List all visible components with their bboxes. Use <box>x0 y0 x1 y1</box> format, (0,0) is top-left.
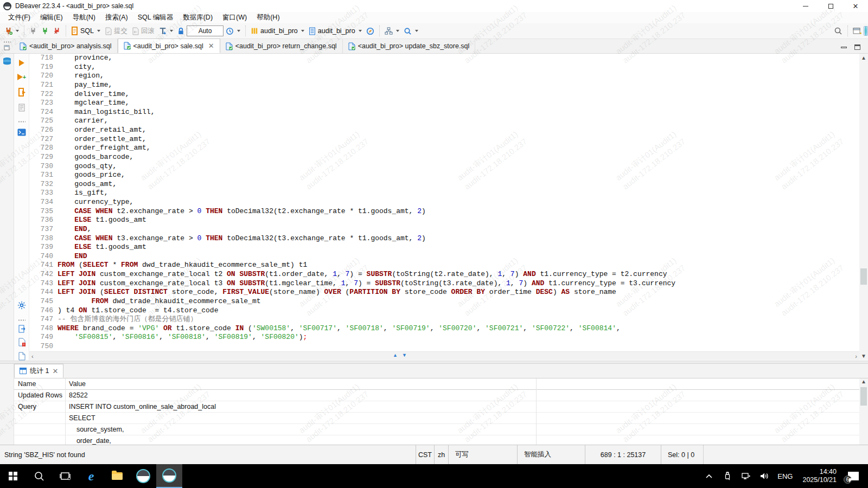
table-row[interactable]: SELECT <box>14 413 859 424</box>
scrollbar-thumb[interactable] <box>860 387 867 406</box>
drag-handle-icon[interactable] <box>3 41 11 43</box>
schema-select[interactable]: audit_bi_pro <box>307 25 364 37</box>
execute-script-button[interactable] <box>17 87 27 97</box>
menu-item[interactable]: 窗口(W) <box>218 12 252 23</box>
editor-settings-button[interactable] <box>17 300 27 310</box>
editor-tab[interactable]: <audit_bi_pro> update_sbz_store.sql <box>343 39 476 53</box>
database-navigator-icon[interactable] <box>2 57 12 66</box>
ie-icon: e <box>88 469 94 484</box>
scroll-up-arrow-icon[interactable]: ▲ <box>861 378 866 384</box>
file-explorer-button[interactable] <box>104 464 130 488</box>
editor-tab[interactable]: <audit_bi_pro> analysis.sql <box>14 39 118 53</box>
editor-tab[interactable]: <audit_bi_pro> return_change.sql <box>220 39 343 53</box>
minimize-button[interactable] <box>793 0 818 12</box>
code-line: 731 goods_price, <box>29 171 859 180</box>
menu-item[interactable]: SQL 编辑器 <box>133 12 178 23</box>
menu-item[interactable]: 导航(N) <box>68 12 100 23</box>
menu-item[interactable]: 搜索(A) <box>100 12 133 23</box>
auto-sync-button[interactable] <box>364 25 376 37</box>
lock-icon <box>177 27 184 35</box>
tab-close-icon[interactable]: ✕ <box>52 367 58 375</box>
menu-item[interactable]: 数据库(D) <box>178 12 218 23</box>
close-button[interactable]: ✕ <box>843 0 868 12</box>
tray-volume-button[interactable] <box>757 464 772 488</box>
dbeaver-icon <box>136 469 150 483</box>
execute-statement-button[interactable] <box>17 58 27 68</box>
scroll-up-arrow-icon[interactable]: ▲ <box>861 55 866 61</box>
editor-horizontal-scrollbar[interactable]: ‹ › <box>29 351 859 360</box>
explain-plan-button[interactable] <box>17 102 27 112</box>
status-bar: String 'SBZ_HIS' not found CSTzh可写智能插入68… <box>0 445 868 464</box>
table-row[interactable]: source_system, <box>14 424 859 435</box>
tray-chevron-up-button[interactable] <box>701 464 717 488</box>
plus-icon: + <box>23 74 26 80</box>
unsaved-file-button[interactable] <box>17 337 27 347</box>
scroll-down-arrow-icon[interactable]: ▼ <box>861 353 866 359</box>
database-select[interactable]: audit_bi_pro <box>248 25 307 36</box>
menu-item[interactable]: 文件(F) <box>3 12 35 23</box>
new-connection-button[interactable] <box>2 25 21 37</box>
column-divider[interactable] <box>65 378 66 445</box>
export-result-button[interactable] <box>17 324 27 333</box>
column-divider[interactable] <box>536 378 537 445</box>
menu-item[interactable]: 编辑(E) <box>35 12 68 23</box>
taskbar-search-button[interactable] <box>26 464 52 488</box>
table-row[interactable]: Updated Rows82522 <box>14 390 859 401</box>
task-view-button[interactable] <box>52 464 78 488</box>
start-button[interactable] <box>0 464 26 488</box>
execute-new-tab-button[interactable]: + <box>17 72 27 82</box>
tray-language-indicator[interactable]: ENG <box>775 472 795 480</box>
editor-tab[interactable]: <audit_bi_pro> sale.sql✕ <box>118 38 220 53</box>
line-number: 744 <box>29 288 53 297</box>
line-number: 750 <box>29 342 53 351</box>
minimize-view-icon[interactable] <box>841 47 847 48</box>
dbeaver-taskbar-button[interactable] <box>130 464 156 488</box>
doc-icon <box>18 352 26 361</box>
open-perspective-button[interactable] <box>851 25 864 37</box>
disconnect-button[interactable] <box>27 25 39 37</box>
sql-editor-button[interactable]: SQL <box>69 25 103 37</box>
lock-button[interactable] <box>175 25 187 37</box>
code-line: 718 province, <box>29 54 859 63</box>
dbeaver-perspective-button[interactable] <box>864 26 868 36</box>
line-number: 730 <box>29 162 53 171</box>
maximize-button[interactable] <box>818 0 843 12</box>
dbeaver-taskbar-button-active[interactable] <box>156 464 182 488</box>
query-history-button[interactable] <box>224 25 242 37</box>
stats-result-tab[interactable]: 统计 1 ✕ <box>14 364 63 378</box>
column-header-value[interactable]: Value <box>65 380 86 388</box>
menu-item[interactable]: 帮助(H) <box>252 12 284 23</box>
invalidate-connection-button[interactable] <box>51 25 63 37</box>
global-search-button[interactable] <box>832 25 845 37</box>
autocommit-select[interactable]: Auto <box>187 25 224 36</box>
results-vertical-scrollbar[interactable]: ▲ <box>859 378 868 445</box>
sql-editor-area[interactable]: 718 province,719 city,720 region,721 pay… <box>29 54 859 351</box>
reconnect-button[interactable] <box>39 25 51 37</box>
tab-close-icon[interactable]: ✕ <box>208 42 214 50</box>
transaction-mode-button[interactable] <box>157 25 175 37</box>
table-row[interactable]: QueryINSERT INTO custom_online_sale_abro… <box>14 401 859 413</box>
tray-clock[interactable]: 14:40 2025/10/21 <box>798 468 841 484</box>
scroll-right-arrow-icon[interactable]: › <box>855 353 857 359</box>
file-button[interactable] <box>17 351 27 361</box>
restore-view-icon[interactable] <box>4 44 10 50</box>
quick-search-button[interactable] <box>401 25 420 37</box>
editor-vertical-scrollbar[interactable]: ▲ ▼ <box>859 54 868 360</box>
commit-button[interactable]: 提交 <box>103 25 130 37</box>
tray-network-button[interactable] <box>738 464 754 488</box>
line-number: 722 <box>29 90 53 99</box>
maximize-view-icon[interactable] <box>854 44 860 50</box>
splitter-collapse-arrows[interactable]: ▲▼ <box>393 352 407 358</box>
open-terminal-button[interactable] <box>17 127 27 137</box>
scrollbar-thumb[interactable] <box>860 268 867 285</box>
column-header-name[interactable]: Name <box>14 380 65 388</box>
code-line: 733 is_gift, <box>29 189 859 198</box>
vertical-layout-button[interactable] <box>382 25 401 37</box>
rollback-button[interactable]: 回滚 <box>130 25 157 37</box>
tray-usb-button[interactable] <box>720 464 735 488</box>
sql-file-icon <box>124 42 131 50</box>
table-row[interactable]: order_date, <box>14 435 859 445</box>
internet-explorer-button[interactable]: e <box>78 464 104 488</box>
action-center-button[interactable]: 6 <box>844 464 863 488</box>
scroll-left-arrow-icon[interactable]: ‹ <box>31 353 34 359</box>
